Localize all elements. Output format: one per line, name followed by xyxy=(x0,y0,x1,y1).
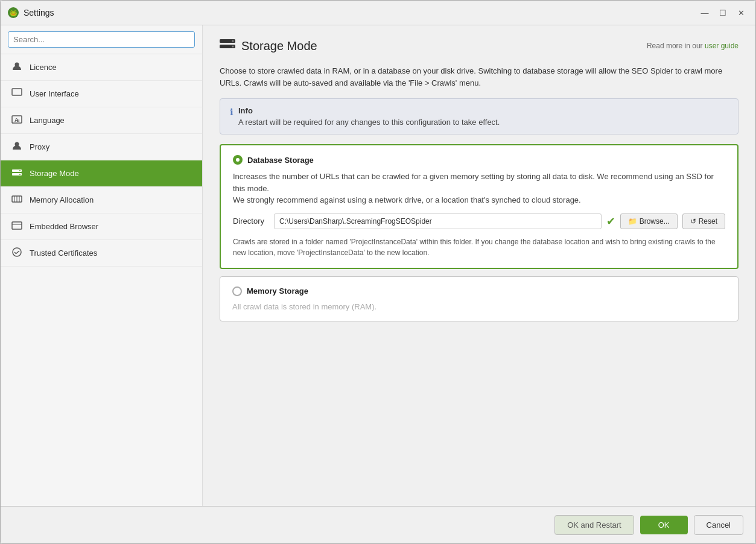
check-icon: ✔ xyxy=(606,215,615,228)
svg-rect-14 xyxy=(12,222,22,229)
directory-row: Directory ✔ 📁 Browse... ↺ Reset xyxy=(233,213,725,229)
page-header: Storage Mode Read more in our user guide xyxy=(220,37,739,54)
sidebar: Licence User Interface AB Language Proxy xyxy=(1,25,203,506)
info-text: A restart will be required for any chang… xyxy=(238,118,500,127)
minimize-button[interactable]: — xyxy=(697,5,712,20)
reset-label: Reset xyxy=(699,217,717,226)
svg-point-20 xyxy=(232,46,234,48)
info-icon: ℹ xyxy=(230,107,233,118)
language-icon: AB xyxy=(10,114,24,127)
app-icon: 🐸 xyxy=(8,7,19,18)
close-button[interactable]: ✕ xyxy=(734,5,748,20)
info-content: Info A restart will be required for any … xyxy=(238,106,500,127)
licence-icon xyxy=(10,61,24,74)
sidebar-label-storage-mode: Storage Mode xyxy=(30,169,79,178)
database-storage-card: Database Storage Increases the number of… xyxy=(220,144,739,269)
page-title-row: Storage Mode xyxy=(220,37,317,54)
sidebar-label-memory-allocation: Memory Allocation xyxy=(30,195,94,204)
sidebar-label-embedded-browser: Embedded Browser xyxy=(30,222,98,231)
database-storage-desc: Increases the number of URLs that can be… xyxy=(233,171,725,206)
browse-label: Browse... xyxy=(640,217,670,226)
user-guide-link[interactable]: user guide xyxy=(705,42,739,50)
sidebar-item-trusted-certificates[interactable]: Trusted Certificates xyxy=(1,240,202,267)
directory-label: Directory xyxy=(233,217,269,226)
database-storage-radio[interactable] xyxy=(233,155,243,165)
sidebar-label-licence: Licence xyxy=(30,63,57,72)
user-interface-icon xyxy=(10,87,24,100)
svg-point-8 xyxy=(19,170,21,171)
page-title: Storage Mode xyxy=(241,39,317,53)
database-storage-desc-line1: Increases the number of URLs that can be… xyxy=(233,172,714,193)
svg-text:B: B xyxy=(17,118,20,122)
folder-icon: 📁 xyxy=(628,217,637,226)
memory-allocation-icon xyxy=(10,194,24,206)
sidebar-label-user-interface: User Interface xyxy=(30,89,79,98)
database-storage-header: Database Storage xyxy=(233,155,725,165)
memory-storage-card: Memory Storage All crawl data is stored … xyxy=(220,276,739,321)
sidebar-item-storage-mode[interactable]: Storage Mode xyxy=(1,160,202,187)
content-area: Storage Mode Read more in our user guide… xyxy=(203,25,755,506)
window-title: Settings xyxy=(24,8,54,17)
sidebar-label-trusted-certificates: Trusted Certificates xyxy=(30,248,97,258)
sidebar-item-language[interactable]: AB Language xyxy=(1,107,202,134)
info-box: ℹ Info A restart will be required for an… xyxy=(220,98,739,134)
sidebar-item-user-interface[interactable]: User Interface xyxy=(1,81,202,107)
svg-rect-1 xyxy=(12,89,22,95)
database-storage-title: Database Storage xyxy=(247,156,314,165)
memory-storage-radio[interactable] xyxy=(232,286,242,296)
maximize-button[interactable]: ☐ xyxy=(716,5,730,20)
memory-storage-desc: All crawl data is stored in memory (RAM)… xyxy=(232,302,726,311)
footer: OK and Restart OK Cancel xyxy=(1,506,755,543)
svg-point-16 xyxy=(13,248,21,256)
read-more-text: Read more in our xyxy=(647,42,705,50)
sidebar-item-memory-allocation[interactable]: Memory Allocation xyxy=(1,187,202,213)
database-storage-desc-line2: We strongly recommend against using a ne… xyxy=(233,195,581,204)
memory-storage-title: Memory Storage xyxy=(247,286,308,296)
reset-icon: ↺ xyxy=(690,217,696,226)
search-container xyxy=(1,25,202,54)
embedded-browser-icon xyxy=(10,220,24,233)
memory-storage-header: Memory Storage xyxy=(232,286,726,296)
browse-button[interactable]: 📁 Browse... xyxy=(620,213,678,229)
sidebar-item-licence[interactable]: Licence xyxy=(1,54,202,81)
ok-button[interactable]: OK xyxy=(640,516,688,534)
main-content: Licence User Interface AB Language Proxy xyxy=(1,25,755,506)
sidebar-item-proxy[interactable]: Proxy xyxy=(1,134,202,160)
directory-input[interactable] xyxy=(274,213,602,229)
search-input[interactable] xyxy=(8,31,195,48)
title-bar: 🐸 Settings — ☐ ✕ xyxy=(1,1,755,25)
svg-point-9 xyxy=(19,174,21,175)
trusted-certificates-icon xyxy=(10,247,24,259)
title-bar-left: 🐸 Settings xyxy=(8,7,54,18)
user-guide-link-container: Read more in our user guide xyxy=(647,42,739,50)
crawls-note: Crawls are stored in a folder named 'Pro… xyxy=(233,236,725,258)
svg-point-19 xyxy=(232,40,234,42)
window-controls: — ☐ ✕ xyxy=(697,5,748,20)
proxy-icon xyxy=(10,141,24,153)
storage-mode-icon xyxy=(10,167,24,180)
ok-restart-button[interactable]: OK and Restart xyxy=(554,515,634,535)
settings-window: 🐸 Settings — ☐ ✕ Licence xyxy=(0,0,756,544)
page-title-icon xyxy=(220,37,235,54)
sidebar-label-language: Language xyxy=(30,116,65,125)
sidebar-label-proxy: Proxy xyxy=(30,142,49,151)
info-title: Info xyxy=(238,106,500,115)
page-description: Choose to store crawled data in RAM, or … xyxy=(220,65,739,89)
cancel-button[interactable]: Cancel xyxy=(694,515,743,535)
reset-button[interactable]: ↺ Reset xyxy=(682,213,725,229)
sidebar-item-embedded-browser[interactable]: Embedded Browser xyxy=(1,213,202,240)
